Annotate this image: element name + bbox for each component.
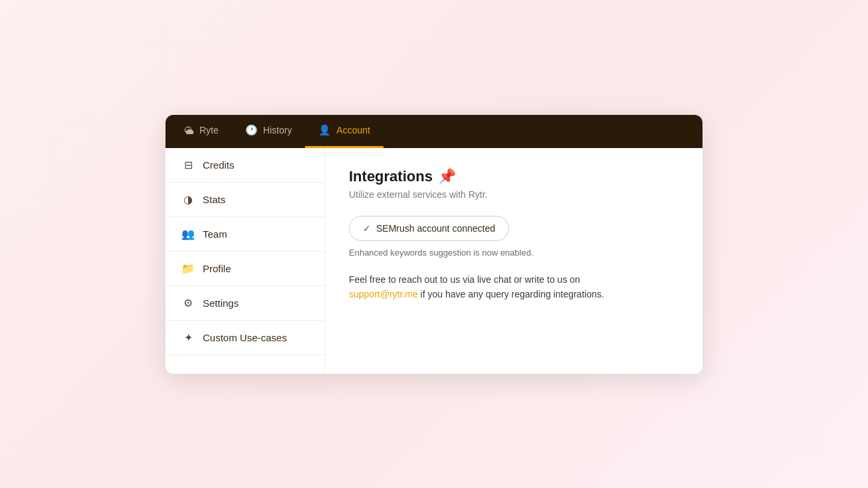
nav-ryte-label: Ryte [199,125,219,135]
semrush-button-label: SEMrush account connected [376,223,495,234]
sidebar-custom-label: Custom Use-cases [203,332,287,343]
sidebar-credits-label: Credits [203,159,235,171]
sidebar-item-stats[interactable]: ◑ Stats [165,183,324,217]
history-icon [245,124,258,136]
nav-account[interactable]: Account [305,115,383,148]
ryte-icon [184,125,194,136]
sidebar-item-settings[interactable]: ⚙ Settings [165,286,324,321]
nav-history-label: History [263,125,292,135]
support-email-link[interactable]: support@rytr.me [349,289,418,299]
sidebar-item-custom-use-cases[interactable]: ✦ Custom Use-cases [165,321,324,355]
reach-out-prefix: Feel free to reach out to us via live ch… [349,274,580,285]
reach-out-text: Feel free to reach out to us via live ch… [349,272,648,302]
sidebar-item-profile[interactable]: 📁 Profile [165,252,324,286]
enhanced-keywords-text: Enhanced keywords suggestion is now enab… [349,248,679,258]
profile-icon: 📁 [181,262,195,275]
semrush-connected-button[interactable]: ✓ SEMrush account connected [349,216,509,241]
team-icon: 👥 [181,228,195,240]
integrations-title: Integrations [349,168,433,185]
nav-ryte[interactable]: Ryte [171,115,232,148]
content-subtitle: Utilize external services with Rytr. [349,189,679,200]
top-nav: Ryte History Account [165,115,703,148]
sidebar-stats-label: Stats [203,194,225,205]
credits-icon: ⊟ [181,159,195,171]
app-container: Ryte History Account ⊟ Credits ◑ Stats 👥… [165,115,703,374]
pin-icon: 📌 [438,168,456,185]
nav-history[interactable]: History [232,115,306,148]
content-panel: Integrations 📌 Utilize external services… [325,148,703,374]
content-title: Integrations 📌 [349,168,679,185]
account-icon [318,124,331,136]
settings-icon: ⚙ [181,297,195,309]
stats-icon: ◑ [181,193,195,206]
check-icon: ✓ [363,223,371,234]
sidebar-settings-label: Settings [203,297,239,309]
sidebar-profile-label: Profile [203,263,231,274]
sidebar-item-credits[interactable]: ⊟ Credits [165,148,324,183]
sidebar-team-label: Team [203,228,227,240]
reach-out-suffix: if you have any query regarding integrat… [421,289,604,299]
nav-account-label: Account [336,125,370,135]
sidebar: ⊟ Credits ◑ Stats 👥 Team 📁 Profile ⚙ Set… [165,148,325,374]
main-area: ⊟ Credits ◑ Stats 👥 Team 📁 Profile ⚙ Set… [165,148,703,374]
custom-icon: ✦ [181,331,195,344]
sidebar-item-team[interactable]: 👥 Team [165,217,324,252]
